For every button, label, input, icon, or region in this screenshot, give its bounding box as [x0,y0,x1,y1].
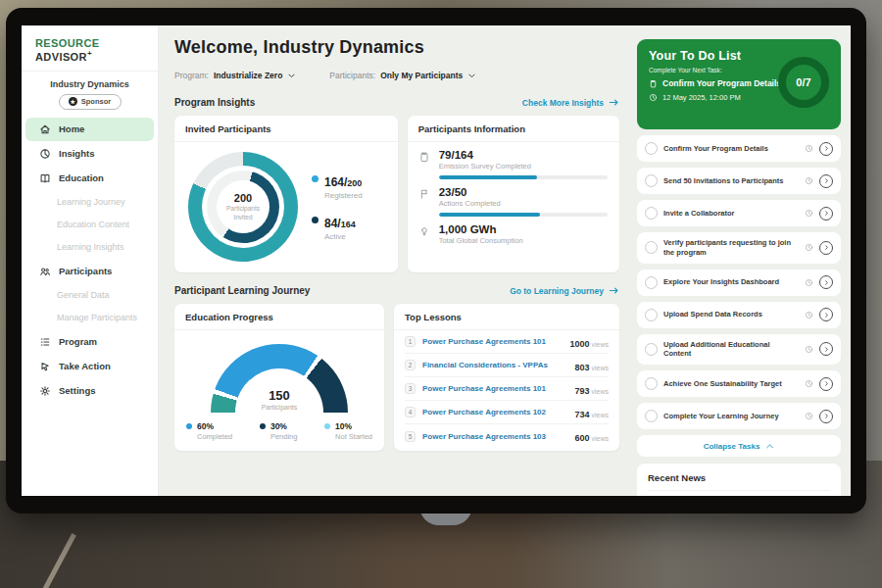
arrow-right-icon [609,286,619,295]
not-started-legend: 10% Not Started [324,421,372,441]
task-open-button[interactable] [819,241,833,255]
home-icon [39,123,51,135]
sidebar-item-insights[interactable]: Insights [25,142,154,166]
sidebar-item-general-data[interactable]: General Data [22,284,158,307]
chevron-right-icon [823,380,830,387]
task-item[interactable]: Upload Additional Educational Content [637,334,841,366]
chevron-down-icon [287,67,296,84]
task-item[interactable]: Send 50 Invitations to Participants [637,168,841,194]
arrow-right-icon [609,98,619,107]
clock-icon [805,144,813,153]
task-checkbox[interactable] [645,377,658,390]
org-name: Industry Dynamics [22,79,158,89]
education-icon [39,172,51,184]
sidebar-item-education-content[interactable]: Education Content [22,214,158,236]
task-item[interactable]: Achieve One Sustainability Target [637,370,841,397]
collapse-tasks-link[interactable]: Collapse Tasks [637,435,841,457]
participants-information-title: Participants Information [408,116,619,142]
sidebar-item-participants[interactable]: Participants [25,260,154,283]
chevron-right-icon [823,244,830,251]
actions-completed-stat: 23/50 Actions Completed [408,179,619,217]
task-checkbox[interactable] [645,207,658,220]
sidebar-item-take-action[interactable]: Take Action [25,355,154,378]
participants-filter-dropdown[interactable]: Participants: Only My Participants [329,67,476,84]
clock-icon [805,345,813,354]
task-item[interactable]: Explore Your Insights Dashboard [637,270,841,296]
task-checkbox[interactable] [645,410,658,422]
sidebar-item-manage-participants[interactable]: Manage Participants [22,307,158,329]
task-item[interactable]: Invite a Collaborator [637,200,841,226]
chevron-right-icon [823,279,830,286]
recent-news-title: Recent News [648,472,830,491]
actions-icon [418,186,431,217]
education-progress-title: Education Progress [174,304,384,330]
task-open-button[interactable] [819,308,833,321]
clock-icon [649,93,658,102]
survey-icon [418,149,431,179]
lesson-row: 3 Power Purchase Agreements 101 793views [405,377,609,401]
sidebar-item-learning-journey[interactable]: Learning Journey [22,191,158,214]
dashboard-screen: RESOURCE ADVISOR+ Industry Dynamics ★ Sp… [22,25,851,496]
lesson-row: 1 Power Purchase Agreements 101 1000view… [405,330,609,354]
registered-legend: 164/200 Registered [312,172,363,200]
task-item[interactable]: Verify participants requesting to join t… [637,232,841,264]
sidebar-item-settings[interactable]: Settings [25,379,154,403]
invited-donut-center: 200 Participants Invited [217,180,270,233]
completed-dot [186,423,192,429]
app-logo: RESOURCE ADVISOR+ [22,35,158,72]
task-open-button[interactable] [819,410,833,423]
task-open-button[interactable] [819,174,833,188]
task-open-button[interactable] [819,207,833,220]
consumption-stat: 1,000 GWh Total Global Consumption [408,217,619,245]
invited-donut-inner: 200 Participants Invited [207,171,279,243]
clock-icon [805,311,813,319]
participants-information-card: Participants Information 79/164 Emission… [408,116,619,272]
check-more-insights-link[interactable]: Check More Insights [522,98,619,108]
program-icon [39,336,51,348]
education-gauge: 150 Participants [211,344,348,413]
lesson-link[interactable]: Power Purchase Agreements 101 [422,337,563,346]
clock-icon [805,176,813,185]
page-title: Welcome, Industry Dynamics [174,37,619,58]
lesson-link[interactable]: Power Purchase Agreements 101 [422,384,567,393]
insights-icon [39,148,51,160]
sponsor-badge[interactable]: ★ Sponsor [59,94,122,110]
task-checkbox[interactable] [645,309,658,321]
monitor-bezel: RESOURCE ADVISOR+ Industry Dynamics ★ Sp… [6,8,866,514]
sidebar-item-education[interactable]: Education [25,167,154,190]
sidebar-item-program[interactable]: Program [25,330,154,354]
invited-donut-outer: 200 Participants Invited [188,152,298,262]
emission-survey-stat: 79/164 Emission Survey Completed [408,142,619,179]
lesson-link[interactable]: Power Purchase Agreements 103 [422,432,567,441]
active-legend: 84/164 Active [312,214,363,241]
settings-icon [39,385,51,397]
sponsor-icon: ★ [69,97,77,106]
program-filter-dropdown[interactable]: Program: Industrialize Zero [174,67,296,84]
task-checkbox[interactable] [645,142,658,155]
sidebar-item-home[interactable]: Home [25,118,154,141]
program-insights-title: Program Insights [174,97,255,108]
go-to-learning-journey-link[interactable]: Go to Learning Journey [510,286,619,296]
task-item[interactable]: Confirm Your Program Details [637,135,841,162]
task-open-button[interactable] [819,142,833,156]
task-open-button[interactable] [819,342,833,356]
task-checkbox[interactable] [645,174,658,187]
task-open-button[interactable] [819,275,833,289]
clock-icon [805,379,813,388]
registered-dot [312,175,318,182]
chevron-down-icon [467,67,476,84]
active-dot [312,217,318,223]
task-item[interactable]: Complete Your Learning Journey [637,403,841,429]
chevron-right-icon [823,413,830,419]
task-checkbox[interactable] [645,343,658,356]
task-item[interactable]: Upload Spend Data Records [637,302,841,328]
sidebar-nav: Home Insights Education Learning Journey… [22,118,158,403]
not-started-dot [324,423,330,429]
task-checkbox[interactable] [645,276,658,289]
task-open-button[interactable] [819,377,833,391]
lesson-link[interactable]: Financial Considerations - VPPAs [422,361,567,369]
lesson-link[interactable]: Power Purchase Agreements 102 [422,408,567,416]
sidebar-item-learning-insights[interactable]: Learning Insights [22,236,158,259]
clock-icon [805,412,813,420]
task-checkbox[interactable] [645,241,658,254]
